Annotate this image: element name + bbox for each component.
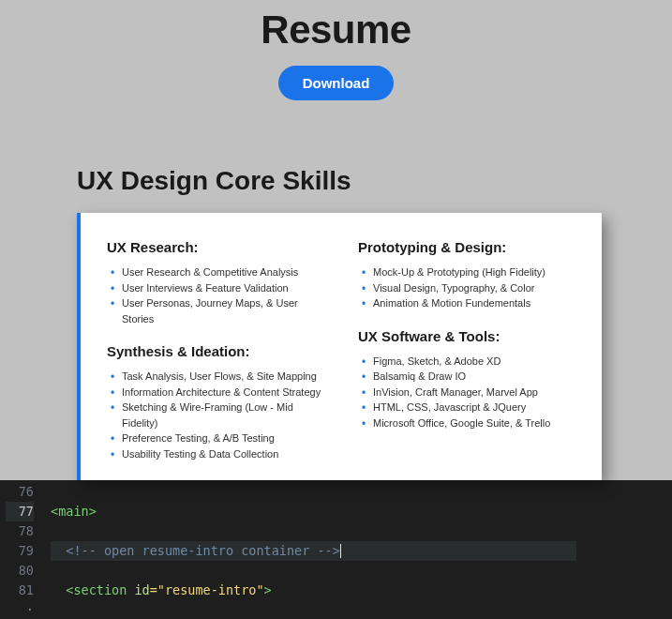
list-item: Preference Testing, & A/B Testing — [122, 430, 324, 446]
code-editor[interactable]: 76 77 78 79 80 81 · 82 83 84 <main> <!--… — [0, 480, 672, 619]
list-item: User Interviews & Feature Validation — [122, 280, 324, 296]
heading-synthesis: Synthesis & Ideation: — [107, 343, 324, 359]
skills-card: UX Research: User Research & Competitive… — [77, 213, 602, 480]
skills-col-left: UX Research: User Research & Competitive… — [107, 239, 324, 461]
heading-prototyping: Prototyping & Design: — [358, 239, 575, 255]
code-text: <!-- open resume-intro container --> — [51, 543, 340, 558]
code-text: ="resume-intro" — [150, 582, 264, 597]
editor-gutter: 76 77 78 79 80 81 · 82 83 84 — [0, 480, 45, 619]
line-number: 80 — [6, 561, 34, 581]
skills-col-right: Prototyping & Design: Mock-Up & Prototyp… — [358, 239, 575, 461]
list-item: Figma, Sketch, & Adobe XD — [373, 354, 575, 370]
list-item: Microsoft Office, Google Suite, & Trello — [373, 415, 575, 431]
text-cursor-icon — [340, 544, 341, 558]
list-software: Figma, Sketch, & Adobe XD Balsamiq & Dra… — [358, 354, 575, 431]
page-title: Resume — [0, 8, 672, 53]
code-text: > — [264, 582, 272, 597]
list-item: Mock-Up & Prototyping (High Fidelity) — [373, 264, 575, 280]
skills-card-wrap: UX Research: User Research & Competitive… — [0, 196, 672, 480]
resume-intro: Resume Download — [0, 0, 672, 128]
list-prototyping: Mock-Up & Prototyping (High Fidelity) Vi… — [358, 264, 575, 311]
list-item: Sketching & Wire-Framing (Low - Mid Fide… — [122, 400, 324, 430]
list-item: HTML, CSS, Javascript & JQuery — [373, 400, 575, 415]
line-number: 78 — [6, 521, 34, 541]
list-item: Task Analysis, User Flows, & Site Mappin… — [122, 369, 324, 385]
heading-software: UX Software & Tools: — [358, 328, 575, 344]
section-header: UX Design Core Skills — [0, 128, 672, 196]
list-synthesis: Task Analysis, User Flows, & Site Mappin… — [107, 369, 324, 461]
line-number: 77 — [6, 502, 34, 521]
list-item: User Research & Competitive Analysis — [122, 264, 324, 280]
list-item: Information Architecture & Content Strat… — [122, 385, 324, 400]
line-number: 81 — [6, 581, 34, 600]
list-item: User Personas, Journey Maps, & User Stor… — [122, 295, 324, 326]
list-item: Animation & Motion Fundementals — [373, 295, 575, 311]
section-title: UX Design Core Skills — [77, 166, 672, 196]
line-number: 76 — [6, 482, 34, 502]
line-number: · — [6, 600, 34, 619]
list-item: Usability Testing & Data Collection — [122, 446, 324, 462]
editor-code[interactable]: <main> <!-- open resume-intro container … — [45, 480, 576, 619]
download-button[interactable]: Download — [278, 66, 395, 100]
code-text: <main> — [51, 504, 97, 519]
code-text: <section — [51, 582, 134, 597]
list-item: Balsamiq & Draw IO — [373, 369, 575, 385]
heading-ux-research: UX Research: — [107, 239, 324, 255]
line-number: 79 — [6, 541, 34, 561]
list-item: Visual Design, Typography, & Color — [373, 280, 575, 296]
list-item: InVision, Craft Manager, Marvel App — [373, 385, 575, 400]
list-ux-research: User Research & Competitive Analysis Use… — [107, 264, 324, 326]
resume-page: Resume Download UX Design Core Skills UX… — [0, 0, 672, 480]
code-text: id — [134, 582, 149, 597]
